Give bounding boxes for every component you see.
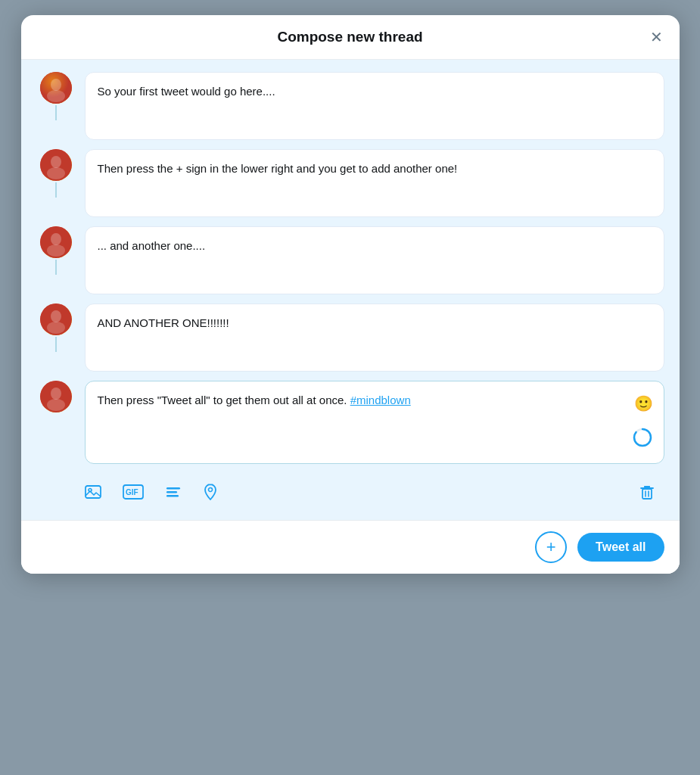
- svg-point-17: [634, 429, 651, 446]
- svg-point-11: [51, 310, 61, 322]
- svg-point-12: [47, 322, 65, 334]
- avatar-5: [40, 381, 72, 412]
- avatar-3: [40, 226, 72, 258]
- svg-point-6: [47, 167, 65, 179]
- tweet-row: ... and another one....: [36, 226, 664, 294]
- svg-point-9: [47, 244, 65, 257]
- plus-icon: +: [546, 539, 556, 556]
- avatar-col-3: [36, 226, 76, 275]
- tweet-row: Then press "Tweet all" to get them out a…: [36, 381, 664, 464]
- tweet-hashtag-5: #mindblown: [350, 394, 411, 406]
- location-button[interactable]: [200, 481, 221, 503]
- tweet-row: Then press the + sign in the lower right…: [36, 149, 664, 217]
- svg-point-3: [47, 90, 65, 102]
- modal-title: Compose new thread: [277, 29, 422, 45]
- thread-line-2: [55, 182, 57, 198]
- svg-text:GIF: GIF: [126, 488, 138, 496]
- svg-point-25: [208, 488, 212, 492]
- tweet-text-1: So your first tweet would go here....: [98, 85, 275, 98]
- svg-rect-26: [642, 489, 652, 499]
- tweet-input-4[interactable]: AND ANOTHER ONE!!!!!!!: [85, 303, 664, 372]
- close-button[interactable]: ✕: [647, 26, 666, 48]
- thread-line-1: [55, 105, 57, 120]
- poll-button[interactable]: [162, 481, 185, 503]
- tweet-row: AND ANOTHER ONE!!!!!!!: [36, 303, 664, 372]
- gif-button[interactable]: GIF: [120, 481, 147, 503]
- close-icon: ✕: [650, 29, 663, 45]
- modal-footer: + Tweet all: [21, 520, 680, 574]
- tweet-text-4: AND ANOTHER ONE!!!!!!!: [98, 316, 229, 329]
- svg-point-5: [51, 156, 61, 168]
- svg-point-15: [47, 399, 65, 411]
- svg-point-2: [51, 79, 61, 91]
- tweet-all-button[interactable]: Tweet all: [577, 533, 664, 562]
- modal-header: Compose new thread ✕: [21, 15, 680, 60]
- compose-thread-modal: Compose new thread ✕: [21, 15, 680, 574]
- svg-rect-24: [166, 495, 179, 497]
- modal-body: So your first tweet would go here....: [21, 60, 680, 520]
- avatar-col-5: [36, 381, 76, 412]
- avatar-col-2: [36, 149, 76, 198]
- tweet-input-5[interactable]: Then press "Tweet all" to get them out a…: [85, 381, 664, 464]
- tweet-row: So your first tweet would go here....: [36, 72, 664, 140]
- modal-overlay: Compose new thread ✕: [0, 0, 700, 775]
- svg-rect-18: [86, 486, 101, 498]
- avatar-2: [40, 149, 72, 181]
- avatar-4: [40, 303, 72, 335]
- add-tweet-button[interactable]: +: [535, 531, 567, 563]
- tweet-text-3: ... and another one....: [98, 239, 206, 252]
- progress-ring: [632, 427, 653, 453]
- tweet-input-1[interactable]: So your first tweet would go here....: [85, 72, 664, 140]
- emoji-icon[interactable]: 🙂: [634, 392, 653, 415]
- tweet-input-2[interactable]: Then press the + sign in the lower right…: [85, 149, 664, 217]
- tweet-input-3[interactable]: ... and another one....: [85, 226, 664, 294]
- toolbar-icons: GIF: [82, 481, 221, 503]
- toolbar-row: GIF: [36, 473, 664, 508]
- delete-tweet-button[interactable]: [636, 481, 658, 503]
- tweet-text-5-before: Then press "Tweet all" to get them out a…: [98, 394, 350, 406]
- svg-point-8: [51, 233, 61, 245]
- image-button[interactable]: [82, 481, 104, 503]
- avatar-col-1: [36, 72, 76, 120]
- svg-point-14: [51, 388, 61, 400]
- avatar-col-4: [36, 303, 76, 352]
- thread-container: So your first tweet would go here....: [36, 72, 664, 508]
- avatar-1: [40, 72, 72, 104]
- thread-line-3: [55, 260, 57, 275]
- thread-line-4: [55, 337, 57, 352]
- svg-rect-22: [166, 487, 180, 490]
- tweet-text-2: Then press the + sign in the lower right…: [98, 162, 458, 175]
- svg-rect-23: [166, 491, 177, 493]
